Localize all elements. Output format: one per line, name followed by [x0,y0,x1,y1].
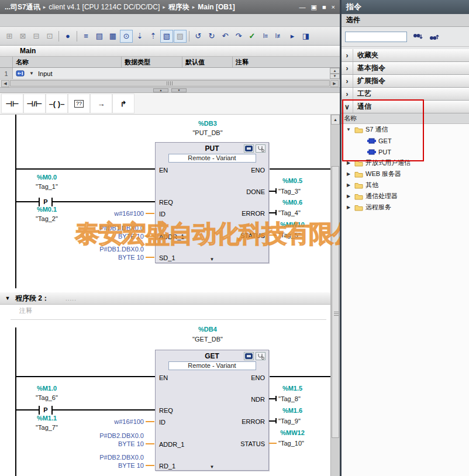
pin-addr1[interactable]: ADDR_1 [159,233,184,241]
chevron-right-icon[interactable]: › [342,75,353,87]
pin-addr1[interactable]: ADDR_1 [159,440,184,449]
breadcrumb-program-blocks[interactable]: 程序块 [168,2,189,12]
pin-en[interactable]: EN [159,166,168,174]
aux-tag[interactable]: "Tag_7" [18,423,76,432]
caret-right-icon[interactable]: ▶ [345,171,352,177]
caret-right-icon[interactable]: ▶ [345,160,352,165]
id-value[interactable]: w#16#100 [70,418,144,426]
monitor-selection-icon[interactable]: I≢ [273,30,285,43]
empty-box-icon[interactable]: ?? [68,94,90,113]
network2-title[interactable]: 程序段 2： [15,294,49,303]
goto-previous-icon[interactable]: ↺ [192,30,205,43]
close-branch-icon[interactable]: ↱ [112,94,135,113]
pin-ndr[interactable]: NDR [251,395,265,403]
monitor-all-icon[interactable]: I≡ [259,30,272,43]
block-variant-select[interactable]: Remote - Variant [168,154,256,163]
row-default-cell[interactable] [182,68,233,79]
ndr-tag[interactable]: "Tag_8" [278,395,301,403]
tree-item-open-user-communication[interactable]: ▶ 开放式用户通信 [342,157,469,168]
tree-item-communication-processor[interactable]: ▶ 通信处理器 [342,191,469,202]
section-communication[interactable]: ∨ 通信 [342,101,469,113]
rd1-value-line2[interactable]: BYTE 10 [70,461,144,470]
block-mode-icon[interactable] [244,144,254,153]
sd1-value-line2[interactable]: BYTE 10 [70,253,144,261]
get-block[interactable]: GET Remote - Variant EN REQ ID ADDR_1 RD… [155,350,269,471]
ladder-vertical-scrollbar[interactable]: ▲ [330,115,340,476]
expand-caret-icon[interactable]: ▼ [28,71,35,76]
addr1-value-line1[interactable]: P#DB1.DBX0.0 [70,224,144,232]
chevron-right-icon[interactable]: › [342,49,353,61]
insert-row-icon[interactable]: ⊟ [30,30,43,43]
chevron-down-icon[interactable]: ∨ [342,101,353,113]
section-technology[interactable]: › 工艺 [342,88,469,101]
scroll-up-icon[interactable]: ▲ [331,115,340,125]
splitter-down-icon[interactable]: ▼ [171,88,187,92]
status-address[interactable]: %MW12 [274,429,311,437]
pin-eno[interactable]: ENO [251,374,265,382]
caret-right-icon[interactable]: ▶ [345,194,352,199]
tree-item-get[interactable]: GET [342,135,469,146]
pin-error[interactable]: ERROR [242,418,265,426]
status-tag[interactable]: "Tag_5" [278,231,301,239]
row-comment-cell[interactable] [233,68,306,79]
block-monitor-icon[interactable] [256,144,265,153]
hscroll-thumb[interactable] [10,80,330,87]
done-tag[interactable]: "Tag_3" [278,187,301,195]
status-tag[interactable]: "Tag_10" [278,439,304,447]
breadcrumb-project[interactable]: ...司S7通讯 [5,2,40,12]
section-favorites[interactable]: › 收藏夹 [342,49,469,62]
section-basic-instructions[interactable]: › 基本指令 [342,62,469,75]
tree-item-s7-communication[interactable]: ▼ S7 通信 [342,124,469,135]
delete-row-icon[interactable]: ⊡ [43,30,56,43]
done-address[interactable]: %M0.5 [274,177,311,185]
table-horizontal-scrollbar[interactable]: ◀ ▶ [0,80,340,88]
compile-icon[interactable]: ✓ [246,30,258,43]
rd1-value-line1[interactable]: P#DB2.DBX0.0 [70,453,144,461]
restore-icon[interactable]: ▣ [311,4,317,11]
splitter-up-icon[interactable]: ▲ [153,88,168,92]
row-name-cell[interactable]: ▼ Input [13,68,122,79]
scroll-left-icon[interactable]: ◀ [1,80,9,87]
tree-item-web-server[interactable]: ▶ WEB 服务器 [342,168,469,180]
caret-right-icon[interactable]: ▶ [345,182,352,188]
scroll-right-icon[interactable]: ▶ [330,80,339,87]
scroll-down-icon[interactable]: ▼ [330,74,340,80]
chevron-right-icon[interactable]: › [342,62,353,74]
breadcrumb-device[interactable]: client v4.1 [CPU 1214C DC/DC/DC] [49,3,160,11]
aux-address[interactable]: %M0.1 [18,205,76,213]
scroll-up-icon[interactable]: ▲ [330,68,340,74]
column-datatype[interactable]: 数据类型 [122,57,182,67]
block-expand-icon[interactable]: ▼ [156,257,268,262]
nc-contact-icon[interactable]: ⊣/⊢ [23,94,46,113]
db-name[interactable]: "GET_DB" [173,335,243,343]
network-overview-icon[interactable]: ≡ [80,30,92,43]
branch-display-icon[interactable]: ▨ [174,30,187,43]
insert-network-icon[interactable]: ⊞ [3,30,16,43]
pin-id[interactable]: ID [159,210,165,218]
section-extended-instructions[interactable]: › 扩展指令 [342,75,469,88]
search-up-icon[interactable] [428,32,440,42]
pin-status[interactable]: STATUS [240,440,265,448]
no-contact-icon[interactable]: ⊣⊢ [1,94,23,113]
pin-req[interactable]: REQ [159,406,173,415]
more-commands-icon[interactable]: ▸ [286,30,299,43]
column-name[interactable]: 名称 [13,57,122,67]
toggle-comments-icon[interactable]: ⊙ [120,30,133,43]
ndr-address[interactable]: %M1.5 [274,384,311,392]
row-name[interactable]: Input [38,70,52,77]
contact-tag[interactable]: "Tag_6" [18,394,76,402]
block-mode-icon[interactable] [244,352,254,360]
pin-en[interactable]: EN [159,374,168,382]
db-address[interactable]: %DB3 [173,119,243,127]
row-datatype-cell[interactable] [122,68,182,79]
db-address[interactable]: %DB4 [173,325,243,333]
caret-down-icon[interactable]: ▼ [345,127,352,132]
delete-network-icon[interactable]: ⊠ [16,30,29,43]
column-comment[interactable]: 注释 [233,57,316,67]
update-block-calls-icon[interactable]: ↶ [219,30,232,43]
contact-tag[interactable]: "Tag_1" [18,182,76,191]
sd1-value-line1[interactable]: P#DB1.DBX0.0 [70,245,144,253]
goto-next-icon[interactable]: ↻ [205,30,218,43]
pin-req[interactable]: REQ [159,198,173,206]
tree-header[interactable]: 名称 [342,113,469,124]
